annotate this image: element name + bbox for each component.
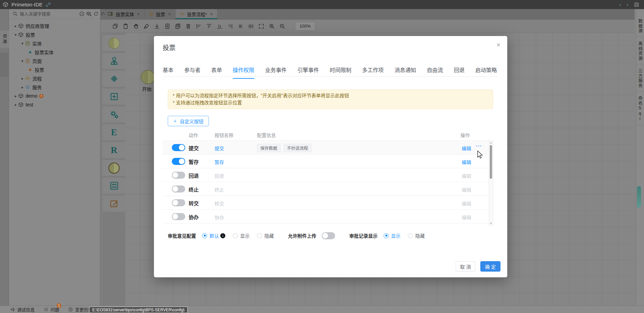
- confirm-button[interactable]: 确 定: [480, 261, 501, 272]
- tab-close-icon[interactable]: ×: [210, 11, 213, 17]
- tab-close-icon[interactable]: ×: [137, 11, 140, 17]
- chevron-down-icon[interactable]: ▾: [13, 33, 18, 37]
- row-toggle[interactable]: [172, 144, 185, 151]
- align-left-button[interactable]: [196, 23, 202, 29]
- search-input[interactable]: [20, 11, 79, 16]
- tree-item-实体[interactable]: ▾实体: [9, 39, 100, 48]
- palette-item-subprocess[interactable]: [103, 89, 125, 105]
- align-top-button[interactable]: [206, 23, 212, 29]
- dock-item-数据源[interactable]: 数据源: [636, 14, 644, 37]
- scroll-thumb[interactable]: [490, 145, 492, 179]
- row-toggle[interactable]: [172, 185, 185, 193]
- save-icon[interactable]: [634, 2, 639, 7]
- filter-list-icon[interactable]: [100, 11, 106, 16]
- status-item-问题[interactable]: 问题1: [43, 306, 59, 313]
- vertical-scrollbar[interactable]: [637, 186, 641, 208]
- palette-item-start-event[interactable]: [103, 35, 125, 51]
- opinion-option-默认[interactable]: 默认i: [202, 232, 225, 239]
- dialog-close-icon[interactable]: ×: [496, 41, 501, 49]
- row-button-name[interactable]: 提交: [215, 145, 224, 151]
- chevron-right-icon[interactable]: ▸: [13, 94, 18, 98]
- dialog-tab-启动策略[interactable]: 启动策略: [475, 66, 497, 79]
- zoom-in-button[interactable]: [269, 23, 275, 29]
- ai-icon[interactable]: AI: [79, 11, 85, 16]
- palette-item-rule[interactable]: R: [103, 142, 125, 158]
- align-bottom-button[interactable]: [217, 23, 223, 29]
- dialog-tab-业务事件[interactable]: 业务事件: [265, 66, 287, 79]
- tree-item-投票[interactable]: 投票: [9, 65, 100, 74]
- palette-item-service-task[interactable]: [103, 106, 125, 123]
- chevron-right-icon[interactable]: ▸: [20, 76, 25, 81]
- palette-item-entity[interactable]: E: [103, 124, 125, 140]
- palette-item-manual-task[interactable]: [103, 196, 125, 212]
- dialog-tab-自由流[interactable]: 自由流: [427, 66, 443, 79]
- start-node[interactable]: [141, 70, 155, 84]
- row-toggle[interactable]: [172, 172, 185, 179]
- tab-close-icon[interactable]: ×: [168, 11, 171, 17]
- delete-button[interactable]: [185, 23, 191, 29]
- palette-item-wave-task[interactable]: [103, 178, 125, 194]
- scroll-up-icon[interactable]: ▲: [489, 141, 493, 144]
- dialog-tab-多工作项[interactable]: 多工作项: [362, 66, 384, 79]
- add-custom-button[interactable]: 自定义按钮: [168, 116, 209, 126]
- tree-item-供应商管理[interactable]: ▸供应商管理: [9, 22, 100, 30]
- clean-button[interactable]: [143, 23, 150, 29]
- opinion-option-显示[interactable]: 显示: [233, 232, 250, 239]
- nav-forward-icon[interactable]: ›: [626, 2, 629, 7]
- row-toggle[interactable]: [172, 199, 185, 206]
- palette-item-gateway[interactable]: [103, 71, 125, 87]
- align-right-button[interactable]: [227, 23, 233, 29]
- row-button-name[interactable]: 暂存: [215, 159, 224, 165]
- duplicate-button[interactable]: [112, 23, 118, 29]
- chevron-right-icon[interactable]: ▸: [13, 24, 18, 28]
- row-edit-link[interactable]: 编辑: [462, 214, 471, 220]
- tree-item-流程[interactable]: ▸流程: [9, 74, 100, 83]
- copy-document-button[interactable]: [175, 23, 181, 29]
- palette-item-end-event[interactable]: [103, 160, 125, 176]
- tree-item-页面[interactable]: ▾页面: [9, 57, 100, 65]
- dialog-tab-时间限制[interactable]: 时间限制: [330, 66, 351, 79]
- tree-item-投票[interactable]: ▾投票: [9, 30, 100, 39]
- chevron-right-icon[interactable]: ▸: [20, 85, 25, 90]
- activity-item-block[interactable]: [0, 53, 9, 77]
- opinion-option-隐藏[interactable]: 隐藏: [257, 232, 274, 239]
- fit-screen-button[interactable]: [258, 23, 264, 29]
- row-more-icon[interactable]: ···: [476, 143, 482, 149]
- refresh-icon[interactable]: [93, 11, 99, 16]
- row-edit-link[interactable]: 编辑: [462, 172, 471, 179]
- download-button[interactable]: [154, 23, 160, 29]
- tree-item-test[interactable]: ▸test: [9, 100, 100, 109]
- attachment-upload-toggle[interactable]: [322, 232, 335, 239]
- tree-item-服务[interactable]: ▸服务: [9, 83, 100, 92]
- zoom-out-button[interactable]: [279, 23, 285, 29]
- record-option-隐藏[interactable]: 隐藏: [408, 232, 425, 239]
- dialog-tab-表单[interactable]: 表单: [211, 66, 222, 79]
- row-edit-link[interactable]: 编辑: [462, 159, 471, 165]
- status-item-调试信息[interactable]: 调试信息: [10, 306, 35, 313]
- dock-item-离线资源[interactable]: 离线资源: [636, 37, 644, 64]
- row-edit-link[interactable]: 编辑: [462, 200, 471, 207]
- dialog-tab-参与者[interactable]: 参与者: [184, 66, 200, 79]
- cancel-button[interactable]: 取 消: [456, 261, 475, 272]
- link-icon[interactable]: [45, 2, 51, 7]
- document-button[interactable]: [164, 23, 170, 29]
- chevron-right-icon[interactable]: ▸: [13, 103, 18, 107]
- editor-tab-投票[interactable]: 投票×: [144, 9, 175, 19]
- distribute-button[interactable]: [248, 23, 254, 29]
- row-toggle[interactable]: [172, 158, 185, 165]
- dialog-tab-消息通知[interactable]: 消息通知: [394, 66, 416, 79]
- row-toggle[interactable]: [172, 213, 185, 220]
- chevron-down-icon[interactable]: ▾: [20, 59, 25, 63]
- scroll-down-icon[interactable]: ▼: [489, 222, 493, 224]
- dialog-tab-基本[interactable]: 基本: [163, 66, 173, 79]
- align-center-button[interactable]: [237, 23, 244, 29]
- record-option-显示[interactable]: 显示: [384, 232, 400, 239]
- dock-item-命名Sql[interactable]: 命名Sql: [636, 92, 644, 125]
- dock-item-三方服务[interactable]: 三方服务: [636, 64, 644, 92]
- row-edit-link[interactable]: 编辑: [462, 145, 471, 151]
- paste-button[interactable]: [123, 23, 129, 29]
- activity-item-resources[interactable]: 资源: [0, 31, 9, 48]
- tree-item-demo[interactable]: ▸demo!: [9, 92, 100, 100]
- dialog-tab-操作权限[interactable]: 操作权限: [233, 66, 254, 79]
- cube-plus-icon[interactable]: [86, 11, 92, 16]
